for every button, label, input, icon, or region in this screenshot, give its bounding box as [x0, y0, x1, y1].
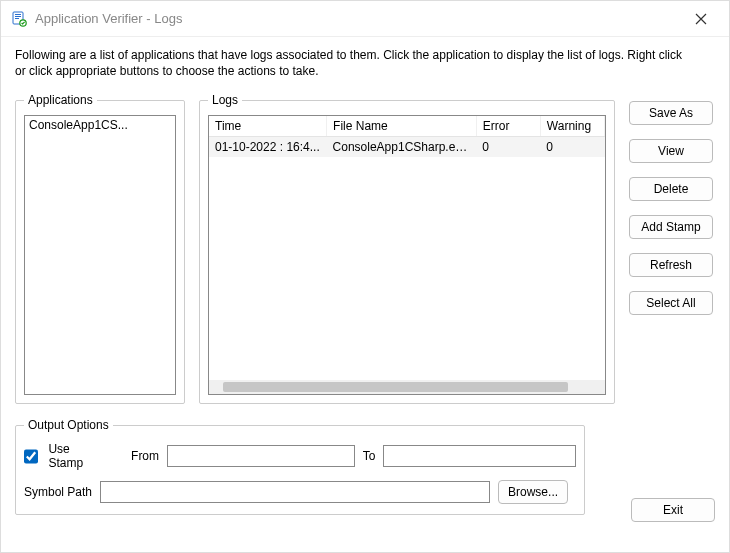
select-all-button[interactable]: Select All — [629, 291, 713, 315]
col-file[interactable]: File Name — [327, 116, 477, 137]
titlebar: Application Verifier - Logs — [1, 1, 729, 37]
output-options-group: Output Options Use Stamp From To Symbol … — [15, 418, 585, 515]
table-row[interactable]: 01-10-2022 : 16:4... ConsoleApp1CSharp.e… — [209, 137, 605, 158]
main-row: Applications ConsoleApp1CS... Logs Time — [15, 93, 715, 404]
scrollbar-thumb[interactable] — [223, 382, 568, 392]
save-as-button[interactable]: Save As — [629, 101, 713, 125]
logs-table[interactable]: Time File Name Error Warning 01-10-2022 … — [209, 116, 605, 157]
logs-legend: Logs — [208, 93, 242, 107]
refresh-button[interactable]: Refresh — [629, 253, 713, 277]
output-row-2: Symbol Path Browse... — [24, 476, 576, 506]
logs-table-container: Time File Name Error Warning 01-10-2022 … — [208, 115, 606, 395]
col-time[interactable]: Time — [209, 116, 327, 137]
instructions-text: Following are a list of applications tha… — [15, 47, 715, 79]
app-icon — [11, 11, 27, 27]
browse-button[interactable]: Browse... — [498, 480, 568, 504]
col-warning[interactable]: Warning — [540, 116, 604, 137]
from-label: From — [131, 449, 159, 463]
applications-list[interactable]: ConsoleApp1CS... — [24, 115, 176, 395]
dialog-window: Application Verifier - Logs Following ar… — [0, 0, 730, 553]
use-stamp-checkbox[interactable] — [24, 449, 38, 464]
view-button[interactable]: View — [629, 139, 713, 163]
output-row-1: Use Stamp From To — [24, 440, 576, 476]
to-input[interactable] — [383, 445, 576, 467]
svg-rect-1 — [15, 14, 21, 15]
col-error[interactable]: Error — [476, 116, 540, 137]
use-stamp-label: Use Stamp — [48, 442, 105, 470]
content-area: Following are a list of applications tha… — [1, 37, 729, 552]
delete-button[interactable]: Delete — [629, 177, 713, 201]
cell-time: 01-10-2022 : 16:4... — [209, 137, 327, 158]
from-input[interactable] — [167, 445, 355, 467]
button-column: Save As View Delete Add Stamp Refresh Se… — [629, 93, 715, 315]
list-item[interactable]: ConsoleApp1CS... — [25, 116, 175, 134]
svg-rect-2 — [15, 16, 21, 17]
symbol-path-label: Symbol Path — [24, 485, 92, 499]
cell-warning: 0 — [540, 137, 604, 158]
exit-button[interactable]: Exit — [631, 498, 715, 522]
cell-error: 0 — [476, 137, 540, 158]
output-options-legend: Output Options — [24, 418, 113, 432]
horizontal-scrollbar[interactable] — [209, 380, 605, 394]
applications-group: Applications ConsoleApp1CS... — [15, 93, 185, 404]
add-stamp-button[interactable]: Add Stamp — [629, 215, 713, 239]
logs-group: Logs Time File Name Error Warning — [199, 93, 615, 404]
table-header-row: Time File Name Error Warning — [209, 116, 605, 137]
symbol-path-input[interactable] — [100, 481, 490, 503]
to-label: To — [363, 449, 376, 463]
exit-row: Exit — [631, 498, 715, 522]
close-button[interactable] — [683, 5, 719, 33]
window-title: Application Verifier - Logs — [35, 11, 683, 26]
svg-rect-3 — [15, 18, 19, 19]
cell-file: ConsoleApp1CSharp.ex... — [327, 137, 477, 158]
applications-legend: Applications — [24, 93, 97, 107]
